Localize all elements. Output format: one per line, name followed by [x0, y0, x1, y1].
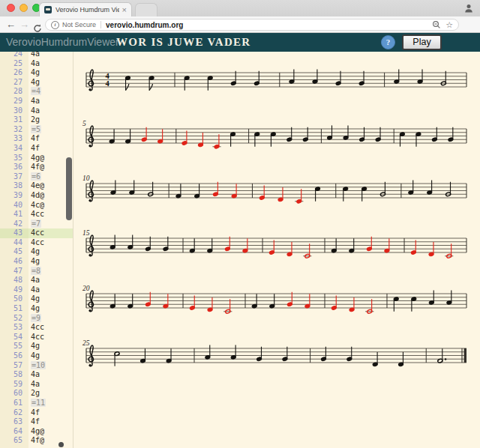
- kern-token[interactable]: =6: [31, 172, 41, 181]
- kern-token[interactable]: 4f: [31, 417, 40, 426]
- note[interactable]: [163, 237, 168, 252]
- editor-line[interactable]: 594a: [0, 380, 73, 390]
- editor-line[interactable]: 514g: [0, 304, 73, 314]
- note[interactable]: [269, 240, 274, 255]
- editor-line[interactable]: 584a: [0, 370, 73, 380]
- editor-line[interactable]: 434cc: [0, 228, 73, 238]
- url-text[interactable]: verovio.humdrum.org: [106, 21, 432, 29]
- editor-line[interactable]: 334f: [0, 134, 73, 144]
- kern-token[interactable]: 4a: [31, 97, 40, 105]
- kern-token[interactable]: 4f: [31, 408, 40, 417]
- editor-line[interactable]: 254a: [0, 59, 73, 69]
- editor-line[interactable]: 32=5: [0, 125, 73, 135]
- editor-line[interactable]: 494a: [0, 285, 73, 295]
- editor-line[interactable]: 294a: [0, 97, 73, 106]
- editor-line[interactable]: 264g: [0, 68, 73, 78]
- kern-token[interactable]: 4a: [31, 59, 40, 67]
- kern-token[interactable]: 4a: [31, 285, 40, 294]
- kern-token[interactable]: 4a: [31, 276, 40, 284]
- editor-line[interactable]: 304a: [0, 106, 73, 116]
- editor-line[interactable]: 544cc: [0, 333, 73, 342]
- app-logo[interactable]: VerovioHumdrumViewer: [6, 36, 119, 48]
- editor-line[interactable]: 414cc: [0, 210, 73, 220]
- editor-line[interactable]: 364f@: [0, 163, 73, 172]
- editor-line[interactable]: 384e@: [0, 181, 73, 191]
- address-bar[interactable]: i Not Secure verovio.humdrum.org ☆: [45, 19, 459, 31]
- kern-token[interactable]: 4f: [31, 144, 40, 152]
- bookmark-star-icon[interactable]: ☆: [446, 20, 453, 30]
- back-icon[interactable]: ←: [6, 16, 16, 33]
- kern-token[interactable]: 4c@: [31, 201, 44, 209]
- tab-close-icon[interactable]: ×: [122, 7, 127, 13]
- kern-token[interactable]: 4g: [31, 294, 40, 303]
- note[interactable]: [448, 127, 453, 142]
- editor-line[interactable]: 644g@: [0, 427, 73, 437]
- note[interactable]: [256, 347, 262, 362]
- editor-line[interactable]: 354g@: [0, 154, 73, 163]
- editor-line[interactable]: 454g: [0, 247, 73, 257]
- kern-token[interactable]: 2g: [31, 389, 40, 397]
- editor-line[interactable]: 344f: [0, 144, 73, 154]
- kern-token[interactable]: 4g: [31, 304, 40, 312]
- editor-line[interactable]: 444cc: [0, 238, 73, 248]
- editor-line[interactable]: 484a: [0, 276, 73, 285]
- kern-token[interactable]: 4g: [31, 257, 40, 265]
- note[interactable]: [303, 127, 308, 142]
- kern-token[interactable]: =8: [31, 267, 41, 275]
- play-button[interactable]: Play: [402, 34, 442, 50]
- note[interactable]: [375, 127, 380, 142]
- traffic-light-minimize-icon[interactable]: [20, 4, 28, 12]
- note[interactable]: [358, 71, 364, 86]
- note[interactable]: [411, 240, 416, 255]
- kern-token[interactable]: =9: [31, 314, 41, 322]
- kern-token[interactable]: 4g@: [31, 427, 44, 435]
- note[interactable]: [296, 189, 302, 204]
- editor-line[interactable]: 28=4: [0, 87, 73, 97]
- kern-token[interactable]: 4a: [31, 370, 40, 378]
- note[interactable]: [254, 71, 260, 86]
- note[interactable]: [182, 131, 187, 146]
- kern-token[interactable]: 4f@: [31, 163, 44, 171]
- kern-token[interactable]: 4cc: [31, 238, 44, 246]
- kern-token[interactable]: 4g: [31, 342, 40, 350]
- note[interactable]: [286, 127, 292, 142]
- note[interactable]: [190, 296, 195, 311]
- kern-token[interactable]: 4a: [31, 106, 40, 115]
- note[interactable]: [213, 182, 218, 197]
- editor-line[interactable]: 602g: [0, 389, 73, 399]
- note[interactable]: [321, 347, 326, 362]
- browser-tab[interactable]: Verovio Humdrum Viewer ×: [39, 2, 132, 16]
- note[interactable]: [225, 237, 230, 252]
- note[interactable]: [287, 292, 292, 307]
- note[interactable]: [432, 127, 437, 142]
- kern-token[interactable]: 4a: [31, 52, 40, 58]
- kern-token[interactable]: 4cc: [31, 323, 44, 331]
- editor-line[interactable]: 274g: [0, 78, 73, 88]
- kern-token[interactable]: 2g: [31, 115, 40, 124]
- kern-token[interactable]: 4g: [31, 247, 40, 255]
- kern-token[interactable]: =10: [31, 361, 46, 369]
- kern-token[interactable]: 4cc: [31, 210, 44, 218]
- editor-line[interactable]: 624f: [0, 408, 73, 418]
- editor-scrollbar[interactable]: [66, 157, 72, 220]
- note[interactable]: [146, 292, 151, 307]
- zoom-icon[interactable]: [432, 20, 441, 29]
- note[interactable]: [282, 347, 287, 362]
- editor-line[interactable]: 394d@: [0, 191, 73, 201]
- kern-token[interactable]: 4a: [31, 380, 40, 388]
- editor-line[interactable]: 42=7: [0, 220, 73, 229]
- editor-line[interactable]: 61=11: [0, 399, 73, 408]
- editor-pane[interactable]: 244a254a264g274g28=4294a304a312g32=5334f…: [0, 52, 73, 448]
- editor-line[interactable]: 37=6: [0, 172, 73, 182]
- info-icon[interactable]: i: [51, 21, 59, 29]
- note[interactable]: [367, 237, 372, 252]
- editor-line[interactable]: 47=8: [0, 267, 73, 276]
- traffic-light-close-icon[interactable]: [7, 4, 15, 12]
- editor-line[interactable]: 564g: [0, 351, 73, 361]
- kern-token[interactable]: =5: [31, 125, 41, 133]
- editor-line[interactable]: 464g: [0, 257, 73, 267]
- note[interactable]: [146, 237, 151, 252]
- profile-icon[interactable]: [464, 3, 474, 13]
- editor-line[interactable]: 634f: [0, 417, 73, 427]
- new-tab-button[interactable]: [135, 3, 158, 16]
